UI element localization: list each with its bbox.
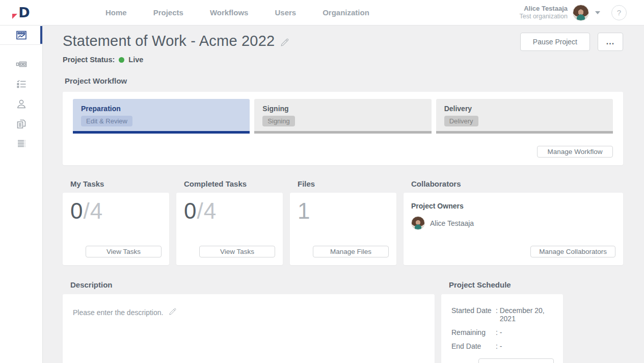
workflow-stages: Preparation Edit & Review Signing Signin… <box>73 99 613 134</box>
stage-delivery[interactable]: Delivery Delivery <box>436 99 613 134</box>
sidebar-item-workflow[interactable] <box>0 54 42 74</box>
stage-name: Signing <box>262 105 423 113</box>
status-value: Live <box>128 56 143 64</box>
page-title: Statement of Work - Acme 2022 <box>63 33 275 49</box>
schedule-row-started: Started Date : December 20, 2021 <box>451 306 554 323</box>
owner-name: Alice Testaaja <box>430 219 474 227</box>
nav-item-home[interactable]: Home <box>105 8 127 17</box>
completed-tasks-count: 0/4 <box>184 200 275 222</box>
collaborators-heading: Collaborators <box>411 179 623 188</box>
status-label: Project Status: <box>63 56 115 64</box>
more-options-button[interactable]: ... <box>598 33 623 51</box>
workflow-panel: Preparation Edit & Review Signing Signin… <box>63 92 623 165</box>
sidebar-item-documents[interactable] <box>0 114 42 134</box>
description-column: Description Please enter the description… <box>63 280 435 363</box>
activity-log-icon <box>15 138 28 150</box>
completed-tasks-card: 0/4 View Tasks <box>176 193 283 265</box>
sidebar-item-users[interactable] <box>0 94 42 114</box>
user-avatar[interactable] <box>573 5 589 21</box>
stage-name: Delivery <box>444 105 605 113</box>
tasks-done: 0 <box>70 198 83 223</box>
title-actions: Pause Project ... <box>520 33 623 51</box>
workflow-heading: Project Workflow <box>65 76 623 85</box>
owner-row: Alice Testaaja <box>411 216 615 230</box>
logo-letter: D <box>18 5 29 20</box>
view-tasks-button[interactable]: View Tasks <box>86 246 162 257</box>
files-heading: Files <box>298 179 396 188</box>
manage-schedule-button[interactable]: Manage Schedule <box>478 358 554 363</box>
schedule-label: Remaining <box>451 328 496 336</box>
user-info: Alice Testaaja Test organization <box>519 5 568 21</box>
collaborators-column: Collaborators Project Owners Alice Testa… <box>404 179 623 265</box>
stage-chip: Delivery <box>444 116 478 126</box>
files-card: 1 Manage Files <box>290 193 396 265</box>
manage-collaborators-button[interactable]: Manage Collaborators <box>530 246 615 257</box>
manage-files-button[interactable]: Manage Files <box>313 246 389 257</box>
nav-item-projects[interactable]: Projects <box>153 8 183 17</box>
manage-workflow-button[interactable]: Manage Workflow <box>537 146 613 158</box>
user-menu-caret-icon[interactable] <box>595 11 600 14</box>
stage-signing[interactable]: Signing Signing <box>254 99 431 134</box>
user-icon <box>15 98 28 110</box>
tasks-total: /4 <box>197 198 217 223</box>
completed-tasks-heading: Completed Tasks <box>184 179 283 188</box>
edit-description-pencil-icon[interactable] <box>168 307 177 318</box>
schedule-sep: : <box>496 306 498 323</box>
schedule-sep: : <box>496 342 498 350</box>
schedule-value: December 20, 2021 <box>500 306 554 323</box>
description-card: Please enter the description. <box>63 294 435 363</box>
main-nav: Home Projects Workflows Users Organizati… <box>105 8 369 17</box>
stage-name: Preparation <box>81 105 242 113</box>
tasks-total: /4 <box>83 198 103 223</box>
user-organization: Test organization <box>519 13 568 21</box>
owner-avatar <box>411 216 425 230</box>
pause-project-button[interactable]: Pause Project <box>520 33 590 51</box>
my-tasks-heading: My Tasks <box>70 179 169 188</box>
nav-item-organization[interactable]: Organization <box>323 8 369 17</box>
nav-item-users[interactable]: Users <box>275 8 296 17</box>
schedule-heading: Project Schedule <box>449 280 563 289</box>
stage-preparation[interactable]: Preparation Edit & Review <box>73 99 250 134</box>
sidebar-item-activity-log[interactable] <box>0 134 42 153</box>
help-button[interactable]: ? <box>611 5 627 20</box>
project-status-row: Project Status: Live <box>63 56 623 64</box>
top-right-area: Alice Testaaja Test organization ? <box>519 5 644 21</box>
files-count: 1 <box>298 200 389 222</box>
description-heading: Description <box>70 280 435 289</box>
brand-logo[interactable]: D <box>0 5 43 20</box>
schedule-value: - <box>500 328 502 336</box>
schedule-column: Project Schedule Started Date : December… <box>441 280 563 363</box>
my-tasks-count: 0/4 <box>70 200 162 222</box>
schedule-value: - <box>500 342 502 350</box>
schedule-label: Started Date <box>451 306 496 323</box>
stage-chip: Edit & Review <box>81 116 132 126</box>
logo-triangle-icon <box>12 14 17 19</box>
view-completed-tasks-button[interactable]: View Tasks <box>199 246 275 257</box>
documents-icon <box>15 118 28 130</box>
project-owners-label: Project Owners <box>411 202 615 210</box>
schedule-sep: : <box>496 328 498 336</box>
edit-title-pencil-icon[interactable] <box>280 38 289 49</box>
collaborators-card: Project Owners Alice Testaaja Manage Col… <box>404 193 623 265</box>
status-live-dot-icon <box>119 57 124 63</box>
main-content: Statement of Work - Acme 2022 Pause Proj… <box>43 25 644 363</box>
left-sidebar <box>0 25 43 363</box>
stage-chip: Signing <box>262 116 294 126</box>
user-name: Alice Testaaja <box>519 5 568 13</box>
schedule-row-remaining: Remaining : - <box>451 328 554 336</box>
dashboard-overview-icon <box>15 29 28 41</box>
top-bar: D Home Projects Workflows Users Organiza… <box>0 0 644 25</box>
schedule-row-end: End Date : - <box>451 342 554 350</box>
sidebar-item-dashboard[interactable] <box>0 25 42 44</box>
schedule-label: End Date <box>451 342 496 350</box>
workflow-icon <box>15 58 28 70</box>
my-tasks-card: 0/4 View Tasks <box>63 193 169 265</box>
my-tasks-column: My Tasks 0/4 View Tasks <box>63 179 169 265</box>
bottom-row: Description Please enter the description… <box>63 280 623 363</box>
files-column: Files 1 Manage Files <box>290 179 396 265</box>
schedule-card: Started Date : December 20, 2021 Remaini… <box>441 294 563 363</box>
completed-tasks-column: Completed Tasks 0/4 View Tasks <box>176 179 283 265</box>
sidebar-item-tasks[interactable] <box>0 74 42 94</box>
nav-item-workflows[interactable]: Workflows <box>210 8 249 17</box>
tasks-done: 0 <box>184 198 197 223</box>
